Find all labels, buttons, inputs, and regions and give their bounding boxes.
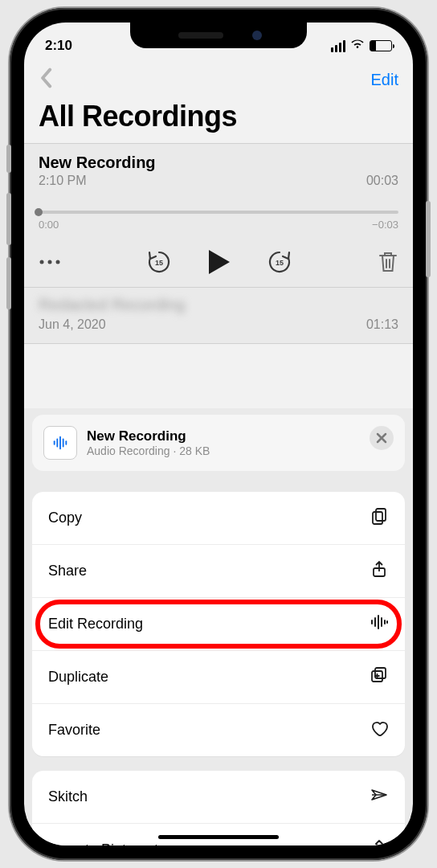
share-icon bbox=[370, 559, 389, 583]
recording-time: 2:10 PM bbox=[39, 174, 87, 188]
pin-icon bbox=[370, 838, 389, 845]
sheet-item-copy[interactable]: Copy bbox=[32, 492, 405, 544]
svg-rect-11 bbox=[373, 512, 382, 524]
close-sheet-button[interactable] bbox=[370, 426, 394, 450]
back-button[interactable] bbox=[39, 68, 53, 92]
sheet-item-edit-recording[interactable]: Edit Recording bbox=[32, 597, 405, 650]
status-time: 2:10 bbox=[45, 38, 72, 54]
heart-icon bbox=[370, 719, 389, 742]
recording-name-redacted: Redacted Recording bbox=[39, 296, 398, 314]
sheet-item-label: Duplicate bbox=[48, 669, 108, 686]
sheet-subtitle: Audio Recording · 28 KB bbox=[87, 444, 210, 457]
svg-point-0 bbox=[40, 260, 44, 264]
cellular-icon bbox=[331, 40, 345, 52]
page-title: All Recordings bbox=[24, 93, 413, 143]
sheet-item-label: Copy bbox=[48, 510, 82, 526]
play-button[interactable] bbox=[207, 248, 231, 276]
wifi-icon bbox=[350, 38, 365, 54]
more-button[interactable] bbox=[39, 258, 61, 266]
copy-icon bbox=[370, 506, 389, 530]
svg-text:15: 15 bbox=[155, 259, 163, 267]
svg-point-2 bbox=[56, 260, 60, 264]
sheet-item-label: Skitch bbox=[48, 788, 88, 805]
forward-15-button[interactable]: 15 bbox=[267, 249, 292, 275]
sheet-title: New Recording bbox=[87, 428, 210, 444]
playback-scrubber[interactable] bbox=[39, 211, 398, 214]
rewind-15-button[interactable]: 15 bbox=[146, 249, 172, 275]
sheet-item-save-to-pinterest[interactable]: Save to Pinterest bbox=[32, 823, 405, 845]
sheet-header: New Recording Audio Recording · 28 KB bbox=[32, 415, 405, 471]
skitch-icon bbox=[370, 785, 389, 809]
edit-button[interactable]: Edit bbox=[371, 71, 398, 89]
sheet-item-label: Share bbox=[48, 563, 87, 579]
sheet-item-label: Save to Pinterest bbox=[48, 841, 158, 845]
recording-list-item[interactable]: Redacted Recording Jun 4, 2020 01:13 bbox=[24, 288, 413, 344]
sheet-item-share[interactable]: Share bbox=[32, 544, 405, 597]
recording-duration: 00:03 bbox=[366, 174, 398, 188]
sheet-item-favorite[interactable]: Favorite bbox=[32, 703, 405, 756]
scrub-start: 0:00 bbox=[39, 219, 59, 231]
recording-duration: 01:13 bbox=[366, 317, 398, 332]
waveform-icon bbox=[370, 612, 389, 636]
home-indicator[interactable] bbox=[158, 835, 279, 839]
sheet-item-label: Favorite bbox=[48, 722, 100, 739]
recording-date: Jun 4, 2020 bbox=[39, 317, 106, 332]
duplicate-icon bbox=[370, 665, 389, 689]
audio-thumbnail-icon bbox=[43, 426, 77, 460]
current-recording: New Recording 2:10 PM 00:03 0:00 −0:03 1… bbox=[24, 143, 413, 288]
sheet-item-skitch[interactable]: Skitch bbox=[32, 771, 405, 823]
scrub-end: −0:03 bbox=[372, 219, 398, 231]
sheet-item-label: Edit Recording bbox=[48, 616, 143, 633]
svg-text:15: 15 bbox=[276, 259, 284, 267]
battery-icon bbox=[370, 40, 392, 51]
svg-rect-10 bbox=[376, 509, 386, 521]
sheet-item-duplicate[interactable]: Duplicate bbox=[32, 650, 405, 703]
svg-point-1 bbox=[48, 260, 52, 264]
recording-name: New Recording bbox=[39, 154, 156, 172]
delete-button[interactable] bbox=[378, 250, 398, 274]
action-sheet: New Recording Audio Recording · 28 KB Co… bbox=[24, 408, 413, 845]
